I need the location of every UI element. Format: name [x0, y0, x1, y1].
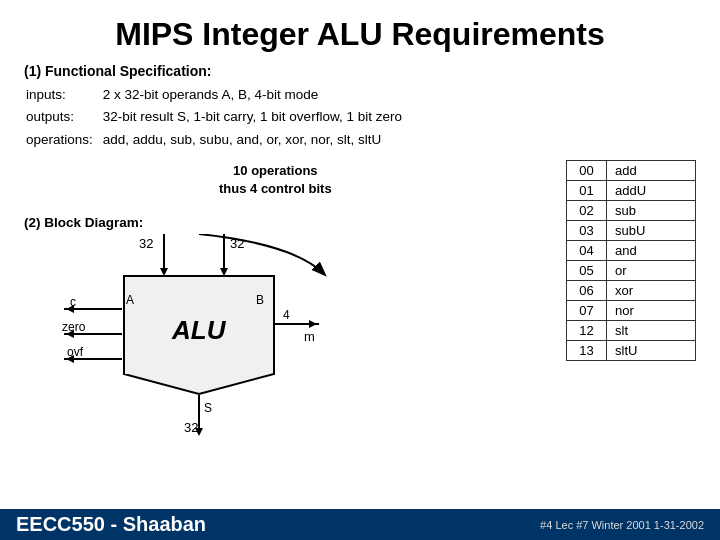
svg-text:S: S	[204, 401, 212, 415]
svg-marker-4	[220, 268, 228, 276]
ops-name: nor	[607, 300, 696, 320]
ops-code: 04	[567, 240, 607, 260]
svg-text:zero: zero	[62, 320, 86, 334]
table-row: 02sub	[567, 200, 696, 220]
ops-code: 00	[567, 160, 607, 180]
inputs-value: 2 x 32-bit operands A, B, 4-bit mode	[103, 85, 410, 105]
ops-code: 03	[567, 220, 607, 240]
footer-title: EECC550 - Shaaban	[16, 513, 206, 536]
ops-code: 12	[567, 320, 607, 340]
svg-text:32: 32	[184, 420, 198, 435]
block-diagram-svg: 32 32 ALU A B	[34, 234, 344, 444]
ops-name: slt	[607, 320, 696, 340]
outputs-value: 32-bit result S, 1-bit carry, 1 bit over…	[103, 107, 410, 127]
outputs-label: outputs:	[26, 107, 101, 127]
ops-line2: thus 4 control bits	[219, 180, 332, 198]
svg-text:4: 4	[283, 308, 290, 322]
table-row: 03subU	[567, 220, 696, 240]
table-row: 12slt	[567, 320, 696, 340]
footer-bar: EECC550 - Shaaban #4 Lec #7 Winter 2001 …	[0, 509, 720, 540]
ops-table: 00add01addU02sub03subU04and05or06xor07no…	[566, 160, 696, 361]
footer-details: #4 Lec #7 Winter 2001 1-31-2002	[540, 519, 704, 531]
ops-line1: 10 operations	[233, 162, 318, 180]
ops-name: or	[607, 260, 696, 280]
ops-code: 05	[567, 260, 607, 280]
table-row: 13sltU	[567, 340, 696, 360]
svg-text:c: c	[70, 295, 76, 309]
table-row: 01addU	[567, 180, 696, 200]
section2-heading: (2) Block Diagram:	[24, 215, 566, 230]
table-row: 00add	[567, 160, 696, 180]
operations-value: add, addu, sub, subu, and, or, xor, nor,…	[103, 130, 410, 150]
svg-text:B: B	[256, 293, 264, 307]
page-title: MIPS Integer ALU Requirements	[24, 16, 696, 53]
ops-name: sltU	[607, 340, 696, 360]
svg-text:m: m	[304, 329, 315, 344]
table-row: 07nor	[567, 300, 696, 320]
ops-name: xor	[607, 280, 696, 300]
spec-table: inputs: 2 x 32-bit operands A, B, 4-bit …	[24, 83, 412, 152]
ops-code: 02	[567, 200, 607, 220]
ops-code: 01	[567, 180, 607, 200]
ops-name: and	[607, 240, 696, 260]
inputs-label: inputs:	[26, 85, 101, 105]
operations-label: operations:	[26, 130, 101, 150]
svg-marker-1	[160, 268, 168, 276]
ops-name: add	[607, 160, 696, 180]
ops-name: sub	[607, 200, 696, 220]
ops-code: 13	[567, 340, 607, 360]
ops-code: 06	[567, 280, 607, 300]
ops-arrow-label: 10 operations thus 4 control bits	[219, 162, 332, 198]
ops-name: addU	[607, 180, 696, 200]
svg-text:32: 32	[139, 236, 153, 251]
ops-code: 07	[567, 300, 607, 320]
svg-text:ovf: ovf	[67, 345, 84, 359]
svg-marker-20	[309, 320, 317, 328]
table-row: 04and	[567, 240, 696, 260]
table-row: 05or	[567, 260, 696, 280]
svg-text:ALU: ALU	[171, 315, 227, 345]
svg-text:A: A	[126, 293, 134, 307]
section1-heading: (1) Functional Specification:	[24, 63, 696, 79]
ops-name: subU	[607, 220, 696, 240]
table-row: 06xor	[567, 280, 696, 300]
